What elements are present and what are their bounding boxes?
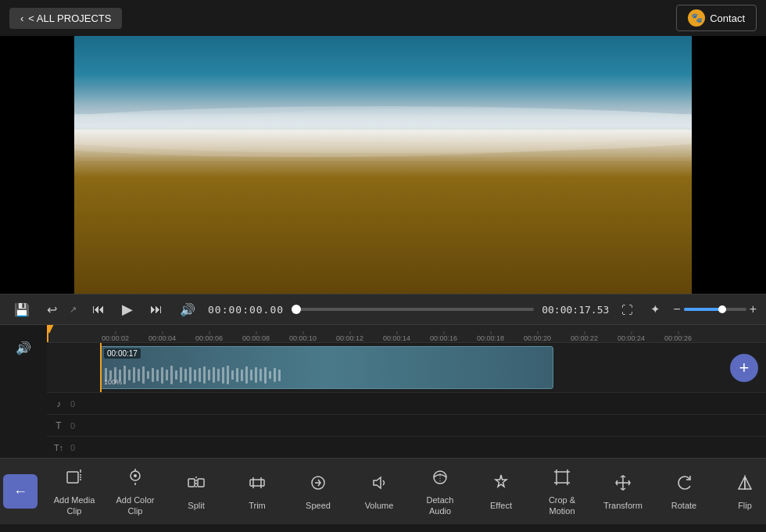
svg-rect-8: [67, 472, 78, 483]
flip-tool[interactable]: Flip: [714, 462, 766, 521]
crop-motion-icon: [553, 468, 571, 491]
audio-track-button[interactable]: 🔊: [16, 341, 31, 355]
crop-motion-label: Crop &Motion: [549, 495, 575, 517]
crop-motion-tool[interactable]: Crop &Motion: [532, 462, 592, 521]
transform-label: Transform: [603, 500, 643, 511]
trim-icon: [248, 473, 267, 497]
svg-rect-20: [250, 480, 264, 486]
ruler-mark: 00:00:04: [149, 334, 176, 342]
volume-label: Volume: [365, 500, 394, 511]
flip-icon: [736, 473, 754, 497]
add-color-clip-label: Add ColorClip: [116, 495, 155, 517]
current-time: 00:00:00.00: [208, 304, 284, 316]
split-tool[interactable]: Split: [166, 462, 227, 521]
zoom-in-button[interactable]: +: [750, 302, 757, 316]
go-to-end-button[interactable]: ⏭: [145, 301, 167, 318]
timeline-main: 00:00:02 00:00:04 00:00:06 00:00:08 00:0…: [47, 325, 766, 458]
zoom-fill: [684, 308, 721, 311]
speed-icon: [309, 473, 328, 497]
add-media-clip-tool[interactable]: Add MediaClip: [44, 462, 105, 521]
timeline-area: 🔊 00:00:02 00:00:04 00:00:06 00:00:08 00…: [0, 325, 766, 458]
rotate-icon: [675, 473, 693, 497]
add-clip-button[interactable]: +: [730, 354, 758, 382]
ruler-mark: 00:00:18: [477, 334, 504, 342]
clip-label: 00:00:17: [104, 348, 141, 359]
play-pause-button[interactable]: ▶: [117, 299, 138, 320]
detach-audio-label: DetachAudio: [427, 495, 454, 517]
ruler-mark: 00:00:22: [571, 334, 598, 342]
music-track-row: ♪ 0: [47, 392, 766, 414]
text-track-area[interactable]: [75, 415, 766, 436]
clip-percentage: 100%: [104, 378, 122, 386]
contact-icon: 🐾: [688, 9, 705, 27]
contact-button[interactable]: 🐾 Contact: [676, 5, 757, 31]
zoom-out-button[interactable]: −: [673, 302, 680, 316]
svg-rect-7: [74, 157, 692, 173]
go-to-start-button[interactable]: ⏮: [88, 301, 109, 318]
ruler-mark: 00:00:16: [430, 334, 457, 342]
fps-label: ↗: [70, 305, 77, 315]
wave-overlay: [74, 36, 692, 294]
adjust-button[interactable]: ✦: [646, 301, 665, 318]
svg-point-14: [134, 474, 137, 477]
back-arrow-icon: ‹: [20, 12, 23, 24]
rotate-tool[interactable]: Rotate: [653, 462, 714, 521]
timeline-left-controls: 🔊: [0, 325, 47, 458]
sticker-track-area[interactable]: [75, 437, 766, 458]
back-button[interactable]: ←: [3, 474, 38, 509]
add-color-clip-tool[interactable]: Add ColorClip: [105, 462, 166, 521]
volume-tool[interactable]: Volume: [349, 462, 410, 521]
clip-waveform: [101, 363, 553, 387]
zoom-slider[interactable]: [684, 308, 746, 311]
music-track-area[interactable]: [75, 393, 766, 414]
video-track-row: 00:00:17: [47, 342, 766, 392]
svg-rect-28: [557, 472, 567, 483]
total-time: 00:00:17.53: [542, 304, 609, 316]
video-clip[interactable]: 00:00:17: [100, 346, 553, 389]
audio-button[interactable]: 🔊: [175, 301, 200, 319]
zoom-controls: − +: [673, 302, 757, 316]
add-media-clip-label: Add MediaClip: [54, 495, 95, 517]
trim-label: Trim: [249, 500, 266, 511]
back-arrow-icon: ←: [13, 484, 27, 500]
detach-audio-tool[interactable]: DetachAudio: [410, 462, 471, 521]
trim-tool[interactable]: Trim: [227, 462, 288, 521]
save-project-button[interactable]: 💾: [9, 301, 34, 319]
sticker-icon: T↑: [47, 437, 70, 458]
svg-point-26: [434, 471, 446, 484]
add-color-clip-icon: [126, 468, 145, 491]
fullscreen-button[interactable]: ⛶: [617, 302, 638, 318]
rotate-label: Rotate: [671, 500, 696, 511]
svg-rect-18: [198, 479, 204, 487]
timeline-playhead: [100, 343, 102, 392]
ruler-mark: 00:00:24: [617, 334, 645, 342]
progress-dot: [292, 305, 301, 314]
transform-icon: [614, 473, 632, 497]
volume-icon: [370, 473, 388, 497]
svg-rect-17: [188, 479, 195, 487]
speed-label: Speed: [306, 500, 331, 511]
transform-tool[interactable]: Transform: [592, 462, 653, 521]
svg-rect-6: [74, 161, 692, 294]
ruler-mark: 00:00:12: [336, 334, 363, 342]
back-to-projects-button[interactable]: ‹ < ALL PROJECTS: [9, 8, 122, 29]
top-bar: ‹ < ALL PROJECTS 🐾 Contact: [0, 0, 766, 36]
effect-tool[interactable]: Effect: [471, 462, 532, 521]
add-media-clip-icon: [65, 468, 84, 491]
svg-marker-25: [374, 477, 381, 488]
text-track-row: T 0: [47, 414, 766, 436]
ruler-mark: 00:00:02: [102, 334, 129, 342]
ruler-mark: 00:00:20: [524, 334, 551, 342]
bottom-toolbar: ← Add MediaClip Add ColorClip: [0, 458, 766, 524]
detach-audio-icon: [431, 468, 449, 491]
timeline-progress-bar[interactable]: [292, 308, 534, 311]
zoom-thumb: [718, 305, 726, 313]
timeline-ruler: 00:00:02 00:00:04 00:00:06 00:00:08 00:0…: [47, 325, 766, 342]
flip-label: Flip: [738, 500, 752, 511]
ruler-mark: 00:00:14: [383, 334, 410, 342]
speed-tool[interactable]: Speed: [288, 462, 349, 521]
ruler-mark: 00:00:26: [664, 334, 692, 342]
undo-button[interactable]: ↩: [42, 301, 62, 319]
effect-icon: [492, 473, 510, 497]
transport-bar: 💾 ↩ ↗ ⏮ ▶ ⏭ 🔊 00:00:00.00 00:00:17.53 ⛶ …: [0, 294, 766, 325]
